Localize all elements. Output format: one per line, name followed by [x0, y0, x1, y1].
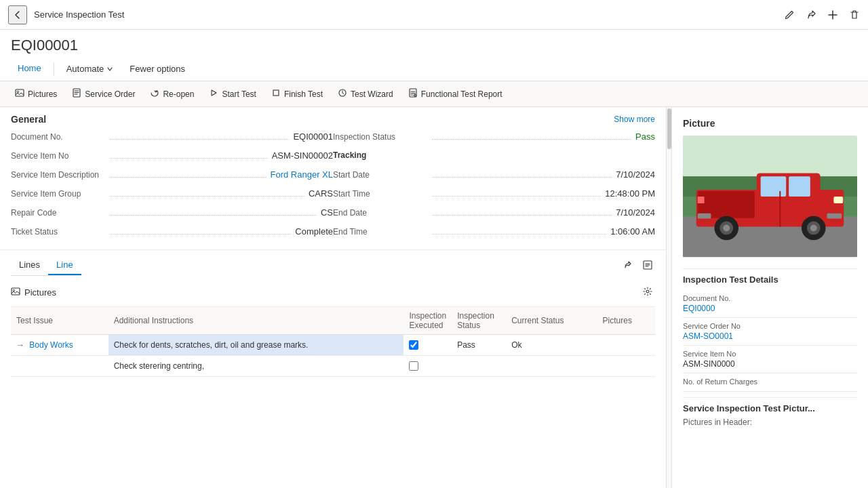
- field-document-no: Document No. EQI00001: [11, 129, 333, 148]
- pictures-row-label: Pictures: [24, 287, 56, 298]
- functional-test-report-label: Functional Test Report: [421, 89, 502, 99]
- col-additional-instructions: Additional Instructions: [108, 307, 404, 335]
- cell-pictures-2: [597, 356, 655, 377]
- field-label-service-item-group: Service Item Group: [11, 189, 106, 199]
- field-label-service-item-no: Service Item No: [11, 151, 106, 161]
- inspection-executed-checkbox-2[interactable]: [409, 361, 418, 371]
- field-value-service-item-desc[interactable]: Ford Ranger XL: [271, 169, 334, 180]
- cell-test-issue-2: [11, 356, 108, 377]
- detail-label-so-no: Service Order No: [683, 322, 857, 330]
- lines-header: Lines Line: [11, 250, 655, 279]
- add-button[interactable]: [827, 9, 838, 20]
- field-label-ticket-status: Ticket Status: [11, 227, 106, 237]
- edit-button[interactable]: [784, 9, 795, 20]
- test-wizard-btn[interactable]: Test Wizard: [331, 84, 400, 104]
- field-label-inspection-status: Inspection Status: [333, 132, 428, 142]
- field-service-item-desc: Service Item Description Ford Ranger XL: [11, 167, 333, 186]
- field-start-time: Start Time 12:48:00 PM: [333, 186, 655, 205]
- body-works-link[interactable]: Body Works: [29, 340, 73, 350]
- field-value-start-time: 12:48:00 PM: [605, 188, 655, 199]
- field-ticket-status: Ticket Status Complete: [11, 224, 333, 243]
- tab-line[interactable]: Line: [48, 256, 81, 275]
- test-wizard-label: Test Wizard: [351, 89, 393, 99]
- field-label-start-date: Start Date: [333, 170, 428, 180]
- field-end-date: End Date 7/10/2024: [333, 205, 655, 224]
- svg-rect-19: [789, 176, 810, 197]
- pictures-btn[interactable]: Pictures: [8, 84, 64, 104]
- automate-menu[interactable]: Automate: [60, 60, 121, 78]
- field-value-end-date: 7/10/2024: [616, 207, 655, 218]
- service-pic-section: Service Inspection Test Pictur... Pictur…: [683, 403, 857, 427]
- cell-current-status-2: [506, 356, 597, 377]
- show-more-link[interactable]: Show more: [614, 115, 655, 124]
- inspection-executed-checkbox-1[interactable]: [409, 340, 418, 350]
- field-value-service-item-group: CARS: [309, 188, 333, 199]
- pictures-row-icon: [11, 287, 20, 298]
- svg-point-10: [646, 290, 649, 293]
- content-scrollbar[interactable]: [666, 107, 671, 488]
- finish-test-btn[interactable]: Finish Test: [264, 84, 330, 104]
- right-panel: Picture: [671, 107, 868, 488]
- start-test-btn[interactable]: Start Test: [202, 84, 262, 104]
- service-order-btn[interactable]: Service Order: [65, 84, 142, 104]
- cell-current-status-1: Ok: [506, 335, 597, 356]
- svg-rect-3: [273, 90, 279, 96]
- tab-lines[interactable]: Lines: [11, 256, 48, 275]
- cell-status-2: [452, 356, 506, 377]
- finish-test-label: Finish Test: [284, 89, 323, 99]
- cell-exec-2: [403, 356, 452, 377]
- table-row: Check sterering centring,: [11, 356, 655, 377]
- app-title: Service Inspection Test: [34, 9, 777, 20]
- service-pic-title: Service Inspection Test Pictur...: [683, 403, 857, 413]
- col-current-status: Current Status: [506, 307, 597, 335]
- cell-instructions-2: Check sterering centring,: [108, 356, 404, 377]
- scroll-thumb: [667, 108, 671, 149]
- detail-service-order-no: Service Order No ASM-SO0001: [683, 318, 857, 346]
- nav-home[interactable]: Home: [11, 59, 48, 79]
- detail-return-charges: No. of Return Charges: [683, 373, 857, 392]
- field-label-document-no: Document No.: [11, 132, 106, 142]
- lines-section: Lines Line Pictures: [0, 250, 666, 377]
- inspection-details-section: Inspection Test Details Document No. EQI…: [683, 274, 857, 392]
- lines-table: Test Issue Additional Instructions Inspe…: [11, 307, 655, 377]
- field-value-end-time: 1:06:00 AM: [610, 226, 655, 237]
- svg-rect-0: [16, 89, 24, 96]
- field-value-document-no: EQI00001: [293, 131, 333, 142]
- reopen-label: Re-open: [163, 89, 194, 99]
- nav-separator: [54, 62, 54, 76]
- fewer-options-button[interactable]: Fewer options: [123, 60, 192, 78]
- svg-rect-8: [12, 288, 20, 295]
- detail-document-no: Document No. EQI0000: [683, 290, 857, 318]
- svg-rect-27: [833, 197, 843, 203]
- pictures-settings-btn[interactable]: [640, 284, 655, 301]
- delete-button[interactable]: [849, 9, 860, 20]
- svg-rect-31: [698, 214, 711, 219]
- back-button[interactable]: [8, 5, 27, 24]
- lines-share-btn[interactable]: [620, 258, 635, 274]
- pictures-in-header-row: Pictures in Header:: [683, 418, 857, 427]
- fewer-options-label: Fewer options: [130, 64, 185, 74]
- field-label-repair-code: Repair Code: [11, 208, 106, 218]
- reopen-btn[interactable]: Re-open: [143, 84, 201, 104]
- share-button[interactable]: [806, 9, 816, 20]
- cell-test-issue-1: → Body Works: [11, 335, 108, 356]
- functional-test-report-btn[interactable]: Functional Test Report: [401, 84, 509, 104]
- svg-rect-28: [698, 197, 705, 203]
- detail-value-si-no: ASM-SIN0000: [683, 359, 857, 369]
- field-value-service-item-no: ASM-SIN00002: [272, 150, 333, 161]
- lines-tabs: Lines Line: [11, 256, 81, 276]
- start-test-icon: [209, 88, 218, 100]
- detail-value-so-no[interactable]: ASM-SO0001: [683, 331, 857, 341]
- lines-export-btn[interactable]: [640, 258, 655, 274]
- right-panel-divider-1: [683, 268, 857, 269]
- field-tracking-header: Tracking: [333, 148, 655, 167]
- detail-value-doc-no[interactable]: EQI0000: [683, 304, 857, 313]
- field-label-end-date: End Date: [333, 208, 428, 218]
- col-pictures: Pictures: [597, 307, 655, 335]
- col-inspection-status: Inspection Status: [452, 307, 506, 335]
- pictures-row: Pictures: [11, 279, 655, 307]
- service-order-icon: [72, 88, 81, 100]
- lines-actions: [620, 258, 655, 274]
- field-value-start-date: 7/10/2024: [616, 169, 655, 180]
- start-test-label: Start Test: [222, 89, 256, 99]
